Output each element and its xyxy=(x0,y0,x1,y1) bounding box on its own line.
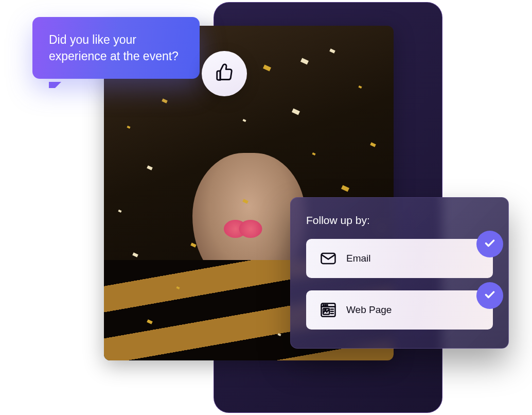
option-email[interactable]: Email xyxy=(306,239,493,278)
question-bubble: Did you like your experience at the even… xyxy=(32,17,200,79)
svg-point-5 xyxy=(327,305,328,306)
option-web-page-label: Web Page xyxy=(346,304,392,316)
web-page-icon xyxy=(320,301,337,319)
thumbs-up-icon xyxy=(215,63,234,84)
followup-title: Follow up by: xyxy=(306,214,493,227)
svg-point-4 xyxy=(325,305,326,306)
option-email-selected-badge xyxy=(476,231,503,257)
option-email-label: Email xyxy=(346,253,371,264)
question-text: Did you like your experience at the even… xyxy=(49,33,179,63)
option-web-page[interactable]: Web Page xyxy=(306,290,493,330)
svg-point-3 xyxy=(323,305,324,306)
followup-panel: Follow up by: Email xyxy=(290,197,509,349)
check-icon xyxy=(483,236,496,252)
reaction-badge[interactable] xyxy=(202,51,247,96)
option-web-page-selected-badge xyxy=(476,282,503,309)
check-icon xyxy=(483,288,496,303)
svg-point-7 xyxy=(325,309,326,311)
email-icon xyxy=(320,250,337,267)
